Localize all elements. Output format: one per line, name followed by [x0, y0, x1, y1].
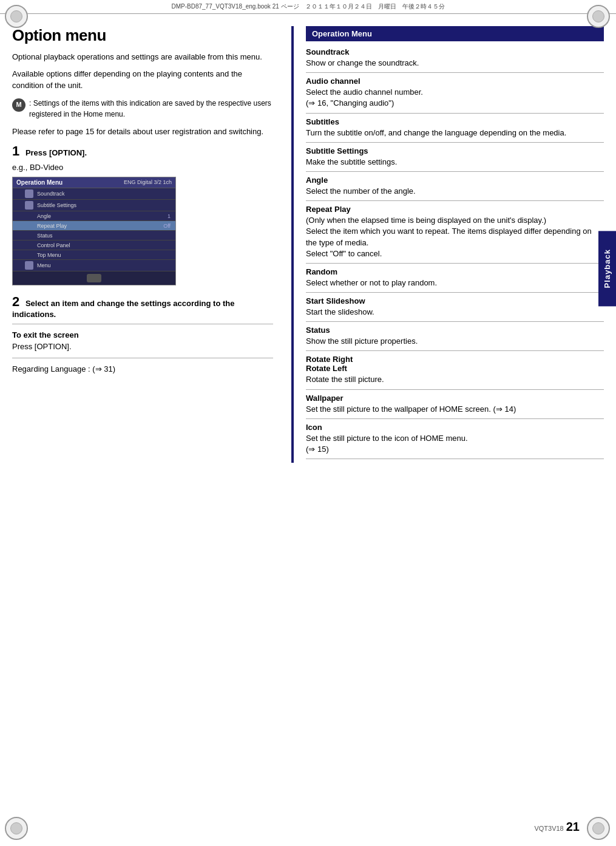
sep-1 [306, 72, 604, 73]
op-item-rotate: Rotate RightRotate Left Rotate the still… [306, 355, 604, 385]
sep-2 [306, 113, 604, 114]
page-title: Option menu [12, 26, 273, 45]
op-desc-repeat: (Only when the elapsed time is being dis… [306, 215, 604, 259]
menu-rows: Soundtrack Subtitle Settings Angle 1 Rep… [13, 188, 175, 271]
sep-5 [306, 200, 604, 201]
op-desc-subtitles: Turn the subtitle on/off, and change the… [306, 128, 604, 138]
right-column: Operation Menu Soundtrack Show or change… [291, 26, 604, 463]
step1-number: 1 [12, 143, 19, 159]
op-desc-random: Select whether or not to play random. [306, 278, 604, 288]
op-title-subtitles: Subtitles [306, 117, 604, 126]
menu-row-topmenu: Top Menu [13, 250, 175, 260]
op-item-subtitles: Subtitles Turn the subtitle on/off, and … [306, 117, 604, 138]
op-title-soundtrack: Soundtrack [306, 47, 604, 56]
file-info: DMP-BD87_77_VQT3V18_eng.book 21 ページ ２０１１… [171, 2, 444, 11]
op-desc-rotate: Rotate the still picture. [306, 374, 604, 385]
regarding-text: Regarding Language : (⇒ 31) [12, 363, 273, 375]
corner-decoration-br [587, 817, 611, 841]
exit-label: To exit the screen [12, 330, 273, 339]
op-desc-audio: Select the audio channel number.(⇒ 16, "… [306, 87, 604, 109]
menu-title: Operation Menu [16, 179, 63, 186]
m-icon: M [12, 98, 25, 112]
menu-screenshot: Operation Menu ENG Digital 3/2 1ch Sound… [12, 177, 176, 285]
menu-row-status: Status [13, 231, 175, 240]
op-title-slideshow: Start Slideshow [306, 296, 604, 305]
menu-header-bar: Operation Menu ENG Digital 3/2 1ch [13, 177, 175, 188]
separator-after-step2 [12, 324, 273, 324]
op-desc-wallpaper: Set the still picture to the wallpaper o… [306, 404, 604, 415]
op-desc-soundtrack: Show or change the soundtrack. [306, 58, 604, 69]
op-item-slideshow: Start Slideshow Start the slideshow. [306, 296, 604, 318]
op-item-status: Status Show the still picture properties… [306, 326, 604, 347]
op-title-subtitle-settings: Subtitle Settings [306, 146, 604, 155]
op-title-audio: Audio channel [306, 77, 604, 86]
op-menu-heading: Operation Menu [306, 26, 604, 41]
menu-row-angle: Angle 1 [13, 211, 175, 221]
step1-line: 1 Press [OPTION]. [12, 143, 273, 159]
op-item-subtitle-settings: Subtitle Settings Make the subtitle sett… [306, 146, 604, 168]
menu-row-menu: Menu [13, 260, 175, 271]
menu-info: ENG Digital 3/2 1ch [124, 179, 172, 186]
step2-text: Select an item and change the settings a… [12, 299, 234, 319]
menu-icon-subtitle [25, 201, 33, 210]
op-desc-icon: Set the still picture to the icon of HOM… [306, 433, 604, 455]
sep-10 [306, 389, 604, 390]
menu-row-control: Control Panel [13, 240, 175, 250]
step2-number: 2 [12, 294, 19, 309]
sep-7 [306, 292, 604, 293]
sep-4 [306, 171, 604, 172]
corner-decoration-bl [5, 817, 29, 841]
indicator-box: M : Settings of the items with this indi… [12, 98, 273, 120]
side-tab-playback: Playback [598, 231, 616, 306]
sep-11 [306, 418, 604, 419]
menu-icon-menu [25, 261, 33, 270]
op-desc-status: Show the still picture properties. [306, 336, 604, 347]
menu-row-subtitle-settings: Subtitle Settings [13, 200, 175, 211]
page-number-area: VQT3V18 21 [534, 820, 580, 834]
menu-row-soundtrack: Soundtrack [13, 188, 175, 200]
menu-ok-btn [87, 274, 101, 282]
op-title-icon: Icon [306, 423, 604, 432]
vqt-label: VQT3V18 [534, 825, 563, 832]
op-title-rotate: Rotate RightRotate Left [306, 355, 604, 373]
intro-paragraph-2: Available options differ depending on th… [12, 68, 273, 92]
step2-line: 2 Select an item and change the settings… [12, 294, 273, 319]
header-bar: DMP-BD87_77_VQT3V18_eng.book 21 ページ ２０１１… [0, 0, 616, 14]
exit-text: Press [OPTION]. [12, 341, 273, 353]
op-desc-subtitle-settings: Make the subtitle settings. [306, 157, 604, 168]
sep-3 [306, 142, 604, 143]
op-item-wallpaper: Wallpaper Set the still picture to the w… [306, 394, 604, 415]
page-number: 21 [566, 820, 580, 834]
menu-bottom [13, 271, 175, 285]
sep-6 [306, 263, 604, 264]
op-title-repeat: Repeat Play [306, 205, 604, 214]
step1-label: Press [OPTION]. [25, 148, 87, 157]
op-item-icon: Icon Set the still picture to the icon o… [306, 423, 604, 455]
op-item-audio: Audio channel Select the audio channel n… [306, 77, 604, 109]
sep-12 [306, 459, 604, 459]
left-column: Option menu Optional playback operations… [12, 26, 291, 463]
indicator-text: : Settings of the items with this indica… [29, 98, 273, 120]
op-title-angle: Angle [306, 176, 604, 185]
op-item-angle: Angle Select the number of the angle. [306, 176, 604, 197]
op-item-soundtrack: Soundtrack Show or change the soundtrack… [306, 47, 604, 69]
op-title-status: Status [306, 326, 604, 335]
op-desc-slideshow: Start the slideshow. [306, 307, 604, 318]
sep-9 [306, 350, 604, 351]
indicator-note: Please refer to page 15 for details abou… [12, 126, 273, 138]
corner-decoration-tl [5, 5, 29, 29]
op-item-random: Random Select whether or not to play ran… [306, 267, 604, 288]
eg-label: e.g., BD-Video [12, 163, 273, 172]
menu-row-repeat: Repeat Play Off [13, 221, 175, 231]
corner-decoration-tr [587, 5, 611, 29]
op-item-repeat: Repeat Play (Only when the elapsed time … [306, 205, 604, 259]
op-desc-angle: Select the number of the angle. [306, 186, 604, 197]
sep-8 [306, 321, 604, 322]
separator-after-exit [12, 358, 273, 358]
menu-icon-soundtrack [25, 189, 33, 198]
intro-paragraph-1: Optional playback operations and setting… [12, 51, 273, 63]
op-title-random: Random [306, 267, 604, 276]
op-title-wallpaper: Wallpaper [306, 394, 604, 403]
